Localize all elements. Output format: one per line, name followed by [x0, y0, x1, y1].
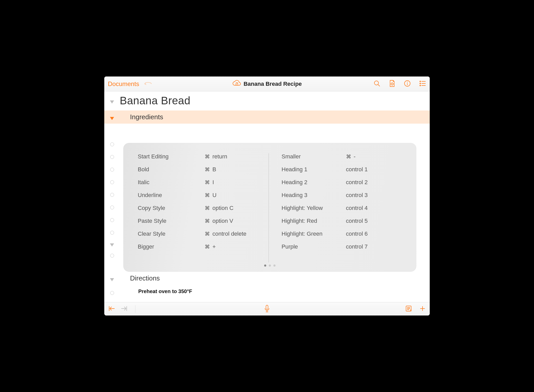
shortcut-key: ⌘U [205, 192, 217, 199]
svg-point-0 [374, 81, 378, 85]
svg-point-2 [391, 83, 393, 85]
search-icon[interactable] [374, 80, 380, 88]
cloud-sync-icon [232, 80, 241, 88]
shortcut-key: ⌘option V [205, 218, 233, 224]
bottom-toolbar [104, 302, 430, 316]
shortcut-key: ⌘option C [205, 205, 234, 211]
info-icon[interactable] [404, 80, 411, 88]
keyboard-shortcuts-panel: Start Editing⌘return Bold⌘B Italic⌘I Und… [123, 143, 416, 272]
shortcut-row: Heading 1control 1 [282, 166, 402, 173]
shortcut-label: Purple [282, 243, 346, 250]
shortcut-key: ⌘B [205, 166, 216, 173]
outline-icon[interactable] [419, 81, 426, 87]
toolbar-right [374, 80, 426, 88]
svg-point-8 [420, 83, 421, 84]
outline-gutter [104, 142, 120, 266]
direction-item: Preheat oven to 350°F [120, 288, 192, 294]
shortcut-label: Bold [138, 166, 205, 173]
microphone-icon[interactable] [264, 309, 270, 313]
page-dot[interactable] [273, 265, 275, 267]
shortcut-row: Heading 3control 3 [282, 192, 402, 199]
shortcuts-left-column: Start Editing⌘return Bold⌘B Italic⌘I Und… [138, 153, 269, 262]
shortcut-label: Copy Style [138, 205, 205, 211]
disclosure-triangle-icon[interactable] [110, 243, 114, 246]
bullet-icon[interactable] [104, 288, 120, 295]
disclosure-triangle-icon[interactable] [104, 114, 120, 120]
svg-point-6 [420, 81, 421, 82]
shortcut-key: ⌘return [205, 153, 227, 160]
document-settings-icon[interactable] [389, 80, 395, 88]
shortcut-row: Bigger⌘+ [138, 243, 258, 250]
ingredients-heading: Ingredients [120, 113, 163, 121]
bullet-icon[interactable] [110, 180, 114, 184]
document-body: Banana Bread Ingredients Start Editing⌘r… [104, 91, 430, 302]
outdent-icon[interactable] [108, 306, 115, 312]
disclosure-triangle-icon[interactable] [104, 276, 120, 281]
disclosure-triangle-icon[interactable] [104, 98, 120, 104]
shortcut-label: Underline [138, 192, 205, 199]
directions-heading: Directions [120, 274, 160, 282]
indent-icon[interactable] [121, 306, 127, 312]
svg-point-10 [420, 85, 421, 86]
shortcut-key: ⌘- [346, 153, 356, 160]
shortcut-label: Bigger [138, 243, 205, 250]
bullet-icon[interactable] [110, 155, 114, 159]
shortcut-row: Italic⌘I [138, 179, 258, 186]
shortcut-label: Clear Style [138, 231, 205, 237]
shortcut-key: control 3 [346, 192, 368, 199]
note-icon[interactable] [406, 305, 412, 313]
directions-section: Directions Preheat oven to 350°F In a sm… [104, 273, 430, 302]
svg-rect-16 [266, 305, 268, 309]
bullet-icon[interactable] [110, 218, 114, 222]
shortcut-label: Heading 1 [282, 166, 346, 173]
document-title: Banana Bread Recipe [244, 81, 302, 87]
svg-line-1 [378, 84, 380, 86]
directions-heading-row[interactable]: Directions [104, 273, 430, 284]
shortcuts-right-column: Smaller⌘- Heading 1control 1 Heading 2co… [269, 153, 402, 262]
shortcut-label: Highlight: Yellow [282, 205, 346, 211]
bullet-icon[interactable] [110, 231, 114, 235]
shortcut-row: Paste Style⌘option V [138, 218, 258, 224]
shortcut-key: control 5 [346, 218, 368, 224]
add-icon[interactable] [419, 305, 426, 313]
shortcut-key: control 1 [346, 166, 368, 173]
toolbar-left: Documents [108, 80, 152, 88]
page-dot[interactable] [264, 265, 266, 267]
svg-point-4 [407, 82, 408, 82]
page-indicator[interactable] [138, 262, 402, 267]
shortcut-row: Underline⌘U [138, 192, 258, 199]
bullet-icon[interactable] [110, 142, 114, 146]
bottom-right-group [406, 305, 426, 313]
bullet-icon[interactable] [110, 206, 114, 209]
page-dot[interactable] [269, 265, 271, 267]
shortcut-label: Smaller [282, 153, 346, 160]
ingredients-heading-row[interactable]: Ingredients [104, 110, 430, 124]
shortcut-row: Highlight: Yellowcontrol 4 [282, 205, 402, 211]
shortcut-label: Highlight: Red [282, 218, 346, 224]
shortcut-row: Smaller⌘- [282, 153, 402, 160]
shortcut-row: Highlight: Greencontrol 6 [282, 231, 402, 237]
shortcut-label: Highlight: Green [282, 231, 346, 237]
shortcut-row: Heading 2control 2 [282, 179, 402, 186]
shortcut-label: Paste Style [138, 218, 205, 224]
shortcut-key: ⌘control delete [205, 231, 246, 237]
bullet-icon[interactable] [110, 193, 114, 197]
shortcut-key: ⌘I [205, 179, 214, 186]
shortcut-key: control 2 [346, 179, 368, 186]
documents-back-button[interactable]: Documents [108, 80, 139, 88]
direction-item-row[interactable]: Preheat oven to 350°F [104, 286, 430, 296]
undo-icon[interactable] [144, 80, 152, 88]
shortcut-row: Copy Style⌘option C [138, 205, 258, 211]
shortcut-label: Start Editing [138, 153, 205, 160]
toolbar-center: Banana Bread Recipe [232, 80, 302, 88]
outline-title-row[interactable]: Banana Bread [104, 91, 430, 110]
shortcut-key: control 6 [346, 231, 368, 237]
shortcut-label: Italic [138, 179, 205, 186]
bullet-icon[interactable] [110, 168, 114, 172]
top-toolbar: Documents Banana Bread Recipe [104, 76, 430, 91]
app-window: Documents Banana Bread Recipe [104, 76, 430, 316]
shortcut-row: Bold⌘B [138, 166, 258, 173]
bottom-center-group [264, 305, 270, 313]
bottom-left-group [108, 305, 135, 313]
bullet-icon[interactable] [110, 254, 114, 258]
